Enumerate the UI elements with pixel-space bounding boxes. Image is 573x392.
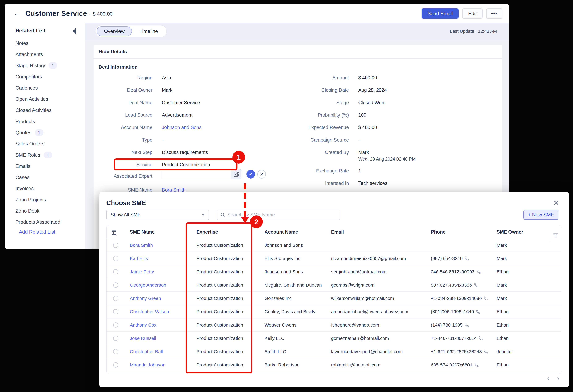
sidebar-item-sme-roles[interactable]: SME Roles1 <box>16 152 52 159</box>
view-tabs: Overview Timeline <box>95 25 167 37</box>
deal-information-title: Deal Information <box>99 64 138 70</box>
row-radio[interactable] <box>113 256 118 261</box>
row-radio[interactable] <box>113 269 118 274</box>
sidebar-item-cadences[interactable]: Cadences <box>16 85 38 91</box>
sme-link[interactable]: Jose Russell <box>130 336 156 341</box>
field-expected-revenue: Expected Revenue$ 400.00 <box>94 124 377 131</box>
sidebar-item-open-activities[interactable]: Open Activities <box>16 96 48 102</box>
sme-filter-dropdown[interactable]: Show All SME ▼ <box>106 210 209 220</box>
sidebar-item-products-associated[interactable]: Products Associated <box>16 219 60 225</box>
more-options-button[interactable]: ••• <box>486 8 502 18</box>
table-header-row: SME Name Expertise Account Name Email Ph… <box>107 226 561 238</box>
field-intersted-in: Intersted inTech services <box>94 180 387 187</box>
table-row[interactable]: Karl Ellis Product Customization Ellis S… <box>107 252 561 265</box>
field-created-by: Created ByMark <box>94 149 369 156</box>
table-row[interactable]: Miranda Johnson Product Customization Bu… <box>107 358 561 372</box>
sme-link[interactable]: Anthony Cox <box>130 322 156 328</box>
deal-title: Customer Service <box>25 9 87 18</box>
sidebar-item-stage-history[interactable]: Stage History1 <box>16 62 57 69</box>
annotation-step-2-badge: 2 <box>250 215 263 228</box>
sidebar-item-products[interactable]: Products <box>16 118 35 125</box>
phone-icon <box>465 256 469 261</box>
row-radio[interactable] <box>113 296 118 301</box>
sme-link[interactable]: Christopher Wilson <box>130 309 169 314</box>
phone-icon <box>479 336 483 341</box>
annotation-step-1-badge: 1 <box>232 151 245 163</box>
sidebar-item-sales-orders[interactable]: Sales Orders <box>16 140 44 147</box>
phone-icon <box>483 349 488 354</box>
annotation-dashed-arrow <box>244 183 246 218</box>
row-radio[interactable] <box>113 283 118 288</box>
field-created-by-date: Wed, 28 Aug 2024 02:40 PM <box>358 156 415 162</box>
sme-link[interactable]: Miranda Johnson <box>130 362 165 368</box>
row-radio[interactable] <box>113 362 118 368</box>
chevron-down-icon: ▼ <box>201 213 205 217</box>
modal-title: Choose SME <box>106 199 146 207</box>
add-related-list-link[interactable]: Add Related List <box>19 229 55 235</box>
sidebar-item-cases[interactable]: Cases <box>16 174 30 181</box>
collapse-sidebar-icon[interactable] <box>72 28 76 34</box>
row-radio[interactable] <box>113 309 118 314</box>
new-sme-button[interactable]: + New SME <box>523 210 558 220</box>
hide-details-toggle[interactable]: Hide Details <box>94 45 502 59</box>
table-row[interactable]: Anthony Cox Product Customization Weaver… <box>107 318 561 332</box>
annotation-box-expertise-column <box>186 222 252 374</box>
column-chooser-icon[interactable] <box>111 229 118 236</box>
table-row[interactable]: Christopher Ball Product Customization S… <box>107 345 561 358</box>
sme-link[interactable]: Jamie Petty <box>130 269 154 274</box>
sme-link[interactable]: Christopher Ball <box>130 349 163 354</box>
sme-table: SME Name Expertise Account Name Email Ph… <box>106 226 561 374</box>
back-arrow-icon[interactable]: ← <box>14 10 21 17</box>
prev-page-icon[interactable]: ‹ <box>547 374 550 382</box>
phone-icon <box>465 323 469 327</box>
field-probability: Probability (%)100 <box>94 111 366 119</box>
row-radio[interactable] <box>113 349 118 354</box>
sidebar-item-invoices[interactable]: Invoices <box>16 185 34 192</box>
search-placeholder: Search by SME Name <box>227 212 275 218</box>
related-list-sidebar: Related List Notes Attachments Stage His… <box>5 23 85 249</box>
close-icon[interactable]: ✕ <box>553 199 559 207</box>
sidebar-item-zoho-desk[interactable]: Zoho Desk <box>16 207 39 214</box>
count-badge: 1 <box>35 129 43 136</box>
sidebar-item-emails[interactable]: Emails <box>16 163 30 170</box>
sidebar-item-closed-activities[interactable]: Closed Activities <box>16 107 52 114</box>
send-email-button[interactable]: Send Email <box>422 8 459 18</box>
table-row[interactable]: Christopher Wilson Product Customization… <box>107 305 561 318</box>
sme-link[interactable]: Karl Ellis <box>130 256 148 261</box>
table-row[interactable]: George Anderson Product Customization Mc… <box>107 278 561 292</box>
tab-overview[interactable]: Overview <box>97 26 132 36</box>
row-radio[interactable] <box>113 243 118 248</box>
sidebar-item-attachments[interactable]: Attachments <box>16 51 43 58</box>
tab-bar: Overview Timeline Last Update : 12:48 AM <box>85 23 509 40</box>
field-campaign-source: Campaign Source– <box>94 136 361 143</box>
sme-link[interactable]: Bora Smith <box>130 243 153 248</box>
sidebar-item-quotes[interactable]: Quotes1 <box>16 129 43 136</box>
next-page-icon[interactable]: › <box>557 374 559 382</box>
count-badge: 1 <box>44 152 52 159</box>
choose-sme-modal: Choose SME ✕ Show All SME ▼ Search by SM… <box>99 192 569 387</box>
annotation-arrowhead <box>241 217 249 223</box>
deal-amount-subtitle: - $ 400.00 <box>90 10 113 17</box>
sme-link[interactable]: George Anderson <box>130 283 166 288</box>
edit-button[interactable]: Edit <box>462 8 483 18</box>
row-radio[interactable] <box>113 322 118 328</box>
search-icon <box>220 212 225 217</box>
sme-search-input[interactable]: Search by SME Name <box>216 210 340 220</box>
table-row[interactable]: Anthony Green Product Customization Gonz… <box>107 292 561 305</box>
count-badge: 1 <box>49 62 57 69</box>
last-update-text: Last Update : 12:48 AM <box>450 23 497 40</box>
row-radio[interactable] <box>113 336 118 341</box>
phone-icon <box>474 363 479 367</box>
table-row[interactable]: Jose Russell Product Customization Kelly… <box>107 332 561 345</box>
phone-icon <box>476 309 481 314</box>
tab-timeline[interactable]: Timeline <box>132 26 165 36</box>
table-row[interactable]: Jamie Petty Product Customization Johnso… <box>107 265 561 278</box>
sidebar-item-competitors[interactable]: Competitors <box>16 73 42 80</box>
field-amount: Amount$ 400.00 <box>94 74 377 81</box>
sidebar-item-notes[interactable]: Notes <box>16 40 28 47</box>
table-row[interactable]: Bora Smith Product Customization Johnson… <box>107 239 561 252</box>
sidebar-item-zoho-projects[interactable]: Zoho Projects <box>16 196 46 203</box>
sme-link[interactable]: Anthony Green <box>130 296 161 301</box>
phone-icon <box>474 283 478 287</box>
header-actions: Send Email Edit ••• <box>422 8 502 18</box>
